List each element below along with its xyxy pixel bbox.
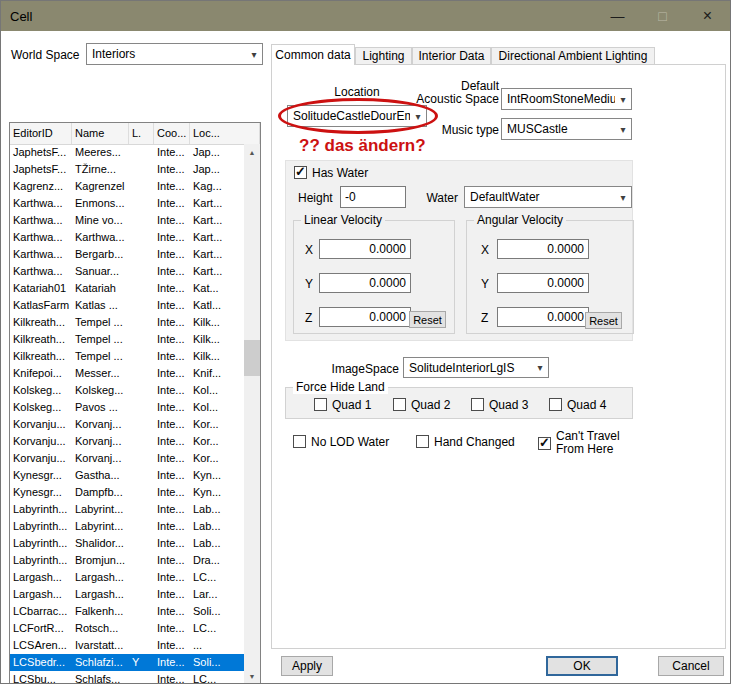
table-cell: Korvanju... — [10, 450, 72, 467]
table-row[interactable]: Kilkreath...Tempel ...Inte...Kilk... — [10, 348, 244, 365]
ok-button[interactable]: OK — [546, 656, 618, 676]
world-space-select[interactable]: Interiors — [86, 43, 263, 65]
cant-travel-row[interactable]: Can't Travel From Here — [538, 430, 626, 456]
table-row[interactable]: Karthwa...Karthwa...Inte...Kart... — [10, 229, 244, 246]
table-row[interactable]: Largash...Largash...Inte...Lar... — [10, 586, 244, 603]
quad2-checkbox[interactable] — [393, 398, 406, 411]
scroll-up-icon[interactable] — [244, 144, 260, 160]
hand-changed-checkbox[interactable] — [416, 435, 429, 448]
water-select[interactable]: DefaultWater — [464, 186, 632, 208]
angular-x-input[interactable] — [497, 239, 589, 259]
height-input[interactable] — [340, 186, 406, 208]
column-header[interactable]: Coo... — [154, 123, 190, 144]
table-row[interactable]: LCSbu...Schlafs...Inte...LC... — [10, 671, 244, 684]
table-cell: Largash... — [10, 569, 72, 586]
table-row[interactable]: Karthwa...Sanuar...Inte...Kart... — [10, 263, 244, 280]
table-row[interactable]: Labyrinth...Bromjun...Inte...Dra... — [10, 552, 244, 569]
close-button[interactable]: × — [685, 1, 730, 31]
table-row[interactable]: Karthwa...Enmons...Inte...Kart... — [10, 195, 244, 212]
cant-travel-checkbox[interactable] — [538, 437, 551, 450]
quad1-checkbox[interactable] — [314, 398, 327, 411]
column-header[interactable]: Loc... — [190, 123, 260, 144]
maximize-button[interactable]: □ — [640, 1, 685, 31]
table-row[interactable]: Karthwa...Bergarb...Inte...Kart... — [10, 246, 244, 263]
quad2-row[interactable]: Quad 2 — [393, 398, 450, 412]
table-row[interactable]: LCbarrac...Falkenh...Inte...Soli... — [10, 603, 244, 620]
quad3-checkbox[interactable] — [471, 398, 484, 411]
table-row[interactable]: Kolskeg...Pavos ...Inte...Kol... — [10, 399, 244, 416]
scrollbar-thumb[interactable] — [244, 340, 260, 376]
table-row[interactable]: Kilkreath...Tempel ...Inte...Kilk... — [10, 331, 244, 348]
table-cell: Inte... — [154, 637, 190, 654]
tab-directional-ambient-lighting[interactable]: Directional Ambient Lighting — [491, 47, 655, 64]
table-row[interactable]: Kolskeg...Kolskeg...Inte...Kol... — [10, 382, 244, 399]
table-row[interactable]: JaphetsF...Meeres...Inte...Jap... — [10, 144, 244, 161]
has-water-row[interactable]: Has Water — [294, 166, 368, 180]
table-cell: Kart... — [190, 195, 244, 212]
table-row[interactable]: Kynesgr...Dampfb...Inte...Kyn... — [10, 484, 244, 501]
table-row[interactable]: Knifepoi...Messer...Inte...Knif... — [10, 365, 244, 382]
table-row[interactable]: LCSbedr...Schlafzi...YInte...Soli... — [10, 654, 244, 671]
table-cell: Inte... — [154, 365, 190, 382]
table-row[interactable]: Korvanju...Korvanj...Inte...Kor... — [10, 450, 244, 467]
table-cell — [129, 535, 154, 552]
has-water-checkbox[interactable] — [294, 166, 307, 179]
chevron-down-icon — [615, 119, 631, 139]
table-cell: Bromjun... — [72, 552, 129, 569]
table-row[interactable]: JaphetsF...TŽirne...Inte...Jap... — [10, 161, 244, 178]
table-row[interactable]: Katariah01KatariahInte...Kat... — [10, 280, 244, 297]
table-row[interactable]: LCFortR...Rotsch...Inte...LC... — [10, 620, 244, 637]
table-cell: Sanuar... — [72, 263, 129, 280]
apply-button[interactable]: Apply — [281, 656, 333, 676]
linear-x-input[interactable] — [319, 239, 411, 259]
table-row[interactable]: Labyrinth...Labyrint...Inte...Lab... — [10, 501, 244, 518]
table-row[interactable]: LCSAren...Ivarstatt...Inte...... — [10, 637, 244, 654]
no-lod-water-row[interactable]: No LOD Water — [293, 435, 389, 449]
tab-common-data[interactable]: Common data — [271, 44, 355, 65]
hand-changed-row[interactable]: Hand Changed — [416, 435, 515, 449]
quad4-label: Quad 4 — [567, 398, 606, 412]
vertical-scrollbar[interactable] — [244, 144, 260, 684]
table-row[interactable]: Kagrenz...KagrenzelInte...Kag... — [10, 178, 244, 195]
table-row[interactable]: Karthwa...Mine vo...Inte...Kart... — [10, 212, 244, 229]
table-row[interactable]: Labyrinth...Labyrint...Inte...Lab... — [10, 518, 244, 535]
table-row[interactable]: Labyrinth...Shalidor...Inte...Lab... — [10, 535, 244, 552]
column-header[interactable]: EditorID — [10, 123, 72, 144]
table-row[interactable]: Kilkreath...Tempel ...Inte...Kilk... — [10, 314, 244, 331]
table-cell: Kol... — [190, 399, 244, 416]
table-row[interactable]: KatlasFarmKatlas ...Inte...Katl... — [10, 297, 244, 314]
quad3-row[interactable]: Quad 3 — [471, 398, 528, 412]
acoustic-space-select[interactable]: IntRoomStoneMedium — [501, 88, 632, 110]
table-cell: Labyrinth... — [10, 501, 72, 518]
angular-reset-button[interactable]: Reset — [585, 312, 622, 329]
table-row[interactable]: Korvanju...Korvanj...Inte...Kor... — [10, 433, 244, 450]
table-row[interactable]: Korvanju...Korvanj...Inte...Kor... — [10, 416, 244, 433]
minimize-button[interactable]: — — [595, 1, 640, 31]
scroll-down-icon[interactable] — [244, 668, 260, 684]
quad4-checkbox[interactable] — [549, 398, 562, 411]
angular-z-input[interactable] — [497, 307, 589, 327]
cancel-button[interactable]: Cancel — [658, 656, 724, 676]
angular-y-input[interactable] — [497, 273, 589, 293]
table-row[interactable]: Largash...Largash...Inte...LC... — [10, 569, 244, 586]
table-cell: Gastha... — [72, 467, 129, 484]
table-cell: Inte... — [154, 263, 190, 280]
no-lod-water-checkbox[interactable] — [293, 435, 306, 448]
tab-lighting[interactable]: Lighting — [355, 47, 412, 64]
table-cell — [129, 416, 154, 433]
quad4-row[interactable]: Quad 4 — [549, 398, 606, 412]
table-cell: Kilk... — [190, 348, 244, 365]
table-cell — [129, 212, 154, 229]
column-header[interactable]: Name — [72, 123, 129, 144]
quad1-row[interactable]: Quad 1 — [314, 398, 371, 412]
music-type-select[interactable]: MUSCastle — [501, 118, 632, 140]
tab-interior-data[interactable]: Interior Data — [412, 47, 491, 64]
linear-z-input[interactable] — [319, 307, 411, 327]
column-header[interactable]: L. — [129, 123, 154, 144]
table-cell: Inte... — [154, 654, 190, 671]
imagespace-select[interactable]: SolitudeInteriorLgIS — [403, 357, 549, 378]
linear-y-input[interactable] — [319, 273, 411, 293]
table-row[interactable]: Kynesgr...Gastha...Inte...Kyn... — [10, 467, 244, 484]
linear-reset-button[interactable]: Reset — [409, 311, 446, 328]
table-cell: Inte... — [154, 603, 190, 620]
